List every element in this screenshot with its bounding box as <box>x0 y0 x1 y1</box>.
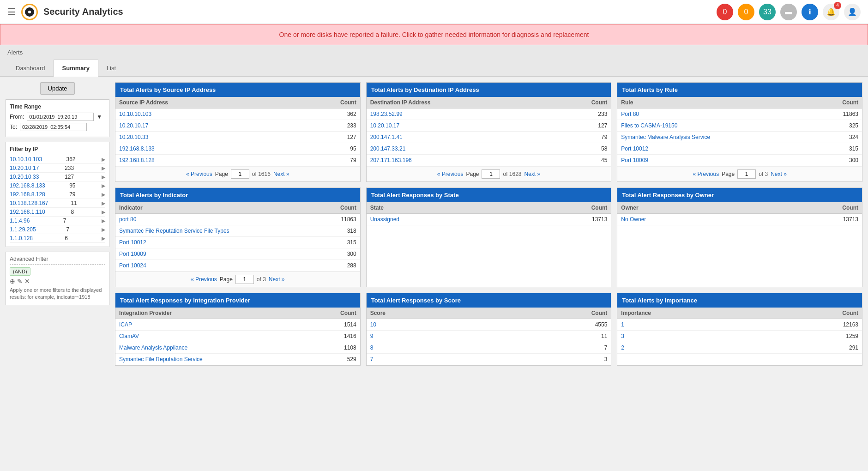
card-response-owner-header: Total Alert Responses by Owner <box>617 188 862 202</box>
tab-summary[interactable]: Summary <box>54 60 98 77</box>
ip-filter-link[interactable]: 10.10.10.103 <box>10 156 42 163</box>
table-cell-link[interactable]: Port 10012 <box>119 239 146 246</box>
table-cell-link[interactable]: 192.168.8.128 <box>119 157 155 163</box>
ip-filter-link[interactable]: 192.168.8.128 <box>10 191 45 198</box>
ip-filter-link[interactable]: 192.168.8.133 <box>10 182 45 189</box>
table-cell-link[interactable]: Port 80 <box>621 111 639 117</box>
ip-filter-link[interactable]: 192.168.1.110 <box>10 209 45 215</box>
table-cell-link[interactable]: 1 <box>621 321 624 328</box>
table-cell-link[interactable]: ICAP <box>119 321 132 328</box>
filter-add-icon[interactable]: ⊕ <box>10 278 15 285</box>
table-cell-link[interactable]: No Owner <box>621 216 646 223</box>
table-cell-link[interactable]: 2 <box>621 344 624 351</box>
table-cell-link[interactable]: ClamAV <box>119 333 139 339</box>
table-cell-link[interactable]: Symantec File Reputation Service File Ty… <box>119 228 229 234</box>
table-row: Symantec Malware Analysis Service324 <box>617 132 862 143</box>
table-row: 73 <box>367 354 611 365</box>
table-cell-link[interactable]: 3 <box>621 333 624 339</box>
table-cell-link[interactable]: 192.168.8.133 <box>119 145 155 152</box>
indicator-next[interactable]: Next » <box>269 276 285 283</box>
user-avatar-button[interactable]: 👤 <box>844 4 861 20</box>
badge-orange-count: 0 <box>744 8 748 16</box>
ip-filter-link[interactable]: 10.138.128.167 <box>10 200 48 206</box>
ip-filter-arrow-icon[interactable]: ▶ <box>102 227 105 233</box>
ip-filter-arrow-icon[interactable]: ▶ <box>102 236 105 242</box>
card-source-ip-footer: « Previous Page of 1616 Next » <box>115 166 360 181</box>
table-row: 200.147.1.4179 <box>367 132 611 143</box>
table-cell-label: 10.20.10.33 <box>115 132 288 143</box>
ip-filter-arrow-icon[interactable]: ▶ <box>102 209 105 215</box>
ip-filter-arrow-icon[interactable]: ▶ <box>102 218 105 224</box>
sidebar: Update Time Range From: ▼ To: Filter by … <box>6 82 109 471</box>
info-icon-button[interactable]: ℹ <box>802 4 818 20</box>
and-tag[interactable]: (AND) <box>10 267 30 276</box>
ip-filter-arrow-icon[interactable]: ▶ <box>102 183 105 189</box>
table-cell-link[interactable]: port 80 <box>119 216 136 223</box>
from-arrow-icon[interactable]: ▼ <box>96 114 102 120</box>
table-cell-link[interactable]: Port 10012 <box>621 145 648 152</box>
table-cell-link[interactable]: 9 <box>370 333 374 339</box>
ip-filter-arrow-icon[interactable]: ▶ <box>102 174 105 180</box>
ip-filter-arrow-icon[interactable]: ▶ <box>102 192 105 198</box>
table-cell-link[interactable]: 7 <box>370 356 374 362</box>
filter-edit-icon[interactable]: ✎ <box>17 278 23 285</box>
ip-filter-link[interactable]: 1.1.0.128 <box>10 235 33 242</box>
ip-filter-arrow-icon[interactable]: ▶ <box>102 157 105 163</box>
dest-ip-next[interactable]: Next » <box>524 171 541 177</box>
table-cell-link[interactable]: Port 10009 <box>621 157 648 163</box>
signal-icon-button[interactable]: ▬ <box>780 4 797 20</box>
ip-filter-arrow-icon[interactable]: ▶ <box>102 200 105 206</box>
table-cell-link[interactable]: 10.20.10.17 <box>119 122 148 129</box>
tab-dashboard[interactable]: Dashboard <box>7 60 54 76</box>
badge-red-button[interactable]: 0 <box>717 4 733 20</box>
filter-delete-icon[interactable]: ✕ <box>24 278 30 285</box>
rule-prev[interactable]: « Previous <box>693 171 719 177</box>
hamburger-menu-icon[interactable]: ☰ <box>7 6 16 18</box>
table-cell-link[interactable]: 8 <box>370 344 374 351</box>
table-cell-link[interactable]: Symantec Malware Analysis Service <box>621 134 710 140</box>
badge-orange-button[interactable]: 0 <box>738 4 754 20</box>
dest-ip-prev[interactable]: « Previous <box>437 171 464 177</box>
table-cell-link[interactable]: Symantec File Reputation Service <box>119 356 203 362</box>
table-cell-link[interactable]: 10 <box>370 321 376 328</box>
card-grid-row1: Total Alerts by Source IP Address Source… <box>115 82 862 182</box>
table-cell-link[interactable]: 10.10.10.103 <box>119 111 151 117</box>
table-cell-link[interactable]: 207.171.163.196 <box>370 157 412 163</box>
table-cell-link[interactable]: Port 10024 <box>119 262 146 269</box>
indicator-prev[interactable]: « Previous <box>191 276 217 283</box>
filter-by-ip-section: Filter by IP 10.10.10.103362▶10.20.10.17… <box>6 142 109 247</box>
table-cell-link[interactable]: 198.23.52.99 <box>370 111 403 117</box>
alert-banner[interactable]: One or more disks have reported a failur… <box>0 24 868 45</box>
dest-ip-page-input[interactable] <box>482 169 500 179</box>
table-cell-count: 45 <box>548 155 611 166</box>
table-cell-link[interactable]: Malware Analysis Appliance <box>119 344 187 351</box>
rule-next[interactable]: Next » <box>771 171 787 177</box>
table-cell-link[interactable]: Port 10009 <box>119 251 146 257</box>
table-cell-count: 4555 <box>487 319 611 331</box>
table-cell-label: port 80 <box>115 214 319 225</box>
col-state-label: State <box>367 202 516 214</box>
table-cell-link[interactable]: 10.20.10.17 <box>370 122 399 129</box>
from-input[interactable] <box>27 113 94 121</box>
source-ip-page-input[interactable] <box>231 169 249 179</box>
from-label: From: <box>10 114 24 120</box>
source-ip-prev[interactable]: « Previous <box>186 171 212 177</box>
ip-filter-link[interactable]: 10.20.10.17 <box>10 165 39 171</box>
table-cell-link[interactable]: 200.147.33.21 <box>370 145 406 152</box>
table-cell-count: 315 <box>814 143 862 155</box>
table-cell-link[interactable]: 10.20.10.33 <box>119 134 148 140</box>
update-button[interactable]: Update <box>40 82 75 95</box>
ip-filter-arrow-icon[interactable]: ▶ <box>102 165 105 171</box>
table-cell-link[interactable]: Files to CASMA-19150 <box>621 122 677 129</box>
ip-filter-link[interactable]: 1.1.4.96 <box>10 217 30 224</box>
indicator-page-input[interactable] <box>235 275 254 284</box>
ip-filter-link[interactable]: 1.1.29.205 <box>10 226 36 233</box>
ip-filter-link[interactable]: 10.20.10.33 <box>10 174 39 180</box>
tab-list[interactable]: List <box>98 60 124 76</box>
source-ip-next[interactable]: Next » <box>273 171 289 177</box>
table-cell-link[interactable]: Unassigned <box>370 216 399 223</box>
to-input[interactable] <box>20 123 87 131</box>
rule-page-input[interactable] <box>737 169 756 179</box>
table-cell-link[interactable]: 200.147.1.41 <box>370 134 403 140</box>
badge-teal-button[interactable]: 33 <box>759 4 776 20</box>
